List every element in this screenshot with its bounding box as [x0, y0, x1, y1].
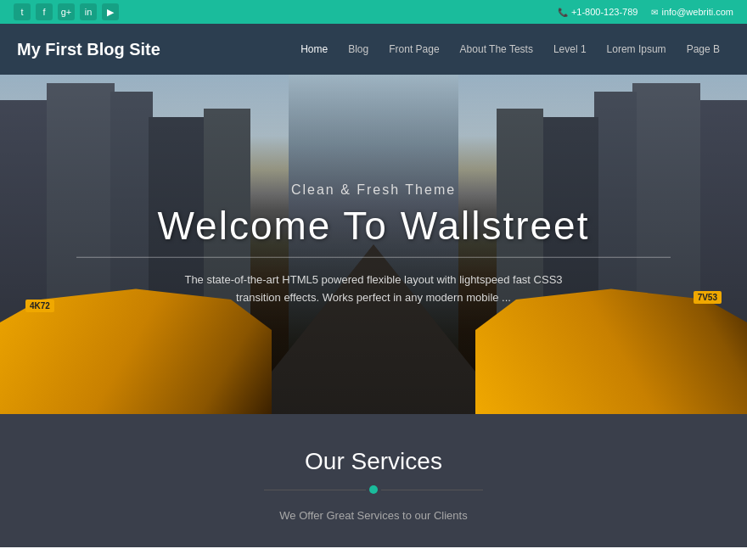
hero-content: Clean & Fresh Theme Welcome To Wallstree…: [76, 182, 671, 307]
services-subtitle: We Offer Great Services to our Clients: [17, 509, 730, 522]
phone-number: +1-800-123-789: [571, 7, 638, 17]
nav-item-frontpage[interactable]: Front Page: [379, 24, 449, 75]
phone-contact: 📞 +1-800-123-789: [558, 7, 638, 17]
facebook-icon[interactable]: f: [36, 3, 53, 20]
header: My First Blog Site Home Blog Front Page …: [0, 24, 747, 75]
divider-dot: [369, 485, 378, 494]
contact-info: 📞 +1-800-123-789 ✉ info@webriti.com: [558, 7, 733, 17]
divider-line-left: [264, 490, 366, 490]
hero-section: 4K72 7V53 Clean & Fresh Theme Welcome To…: [0, 75, 747, 414]
nav-item-blog[interactable]: Blog: [338, 24, 379, 75]
linkedin-icon[interactable]: in: [80, 3, 97, 20]
topbar: t f g+ in ▶ 📞 +1-800-123-789 ✉ info@webr…: [0, 0, 747, 24]
email-contact: ✉ info@webriti.com: [651, 7, 733, 17]
email-icon: ✉: [651, 8, 658, 17]
social-links: t f g+ in ▶: [14, 3, 119, 20]
email-address: info@webriti.com: [661, 7, 733, 17]
services-title: Our Services: [17, 448, 730, 475]
hero-title: Welcome To Wallstreet: [76, 203, 671, 258]
nav-item-abouttests[interactable]: About The Tests: [450, 24, 543, 75]
services-divider: [17, 485, 730, 494]
main-nav: Home Blog Front Page About The Tests Lev…: [290, 24, 730, 75]
hero-subtitle: Clean & Fresh Theme: [76, 182, 671, 198]
nav-item-level1[interactable]: Level 1: [543, 24, 597, 75]
youtube-icon[interactable]: ▶: [102, 3, 119, 20]
services-section: Our Services We Offer Great Services to …: [0, 414, 747, 547]
nav-item-home[interactable]: Home: [290, 24, 338, 75]
divider-line-right: [381, 490, 483, 490]
phone-icon: 📞: [558, 8, 568, 17]
nav-item-pageb[interactable]: Page B: [677, 24, 730, 75]
site-title: My First Blog Site: [17, 40, 160, 59]
nav-item-loremipsum[interactable]: Lorem Ipsum: [597, 24, 677, 75]
hero-description: The state-of-the-art HTML5 powered flexi…: [161, 272, 586, 307]
twitter-icon[interactable]: t: [14, 3, 31, 20]
googleplus-icon[interactable]: g+: [58, 3, 75, 20]
